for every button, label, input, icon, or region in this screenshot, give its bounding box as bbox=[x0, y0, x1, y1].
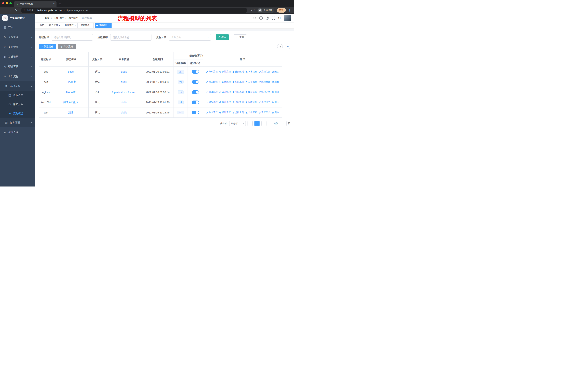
address-bar[interactable]: ⚠ 不安全 | dashboard.yudao.iocoder.cn/bpm/m… bbox=[21, 8, 247, 13]
process-category-select[interactable]: 流程分类 ▾ bbox=[169, 34, 211, 40]
action-process-definition[interactable]: 流程定义 bbox=[259, 80, 270, 83]
breadcrumb-item[interactable]: 首页 bbox=[44, 16, 50, 20]
active-toggle[interactable] bbox=[192, 90, 199, 94]
current-page-button[interactable]: 1 bbox=[254, 121, 260, 126]
action-process-definition[interactable]: 流程定义 bbox=[259, 101, 270, 104]
sidebar-item-workflow[interactable]: ⧉工作流程▴ bbox=[0, 71, 35, 81]
action-assign-rule[interactable]: 分配规则 bbox=[232, 70, 244, 73]
sidebar-item-user-group[interactable]: ⚇用户分组 bbox=[0, 100, 35, 109]
tag-租户管理[interactable]: 租户管理× bbox=[47, 23, 62, 28]
sidebar-item-system[interactable]: ⚙系统管理▾ bbox=[0, 32, 35, 42]
action-delete[interactable]: 删除 bbox=[272, 70, 279, 73]
form-info-link[interactable]: biubiu bbox=[120, 101, 127, 104]
incognito-badge[interactable]: 无痕模式 bbox=[257, 8, 274, 13]
sidebar-collapse-icon[interactable]: ☰ bbox=[38, 16, 42, 20]
sidebar-item-payment[interactable]: ¥支付管理▾ bbox=[0, 42, 35, 52]
action-process-definition[interactable]: 流程定义 bbox=[259, 70, 270, 73]
action-delete[interactable]: 删除 bbox=[272, 101, 279, 104]
import-process-button[interactable]: ↥ 导入流程 bbox=[58, 44, 76, 49]
action-edit-process[interactable]: 修改流程 bbox=[206, 91, 218, 94]
sidebar-item-devtools[interactable]: ⚒研发工具▾ bbox=[0, 62, 35, 71]
help-icon[interactable]: ? bbox=[266, 17, 269, 20]
action-edit-process[interactable]: 修改流程 bbox=[206, 101, 218, 104]
goto-page-input[interactable] bbox=[280, 121, 286, 126]
breadcrumb-item[interactable]: 工作流程 bbox=[53, 16, 64, 20]
form-info-link[interactable]: biubiu bbox=[120, 70, 127, 73]
sidebar-item-home[interactable]: ▦首页 bbox=[0, 22, 35, 32]
action-design-process[interactable]: 设计流程 bbox=[219, 111, 231, 114]
tag-我的流程[interactable]: 我的流程× bbox=[63, 23, 78, 28]
search-icon[interactable] bbox=[253, 17, 256, 20]
action-edit-process[interactable]: 修改流程 bbox=[206, 80, 218, 83]
form-info-link[interactable]: biubiu bbox=[120, 111, 127, 114]
page-size-select[interactable]: 10条/页 ▾ bbox=[229, 121, 246, 126]
tag-close-icon[interactable]: × bbox=[59, 24, 60, 27]
forward-button[interactable]: → bbox=[8, 9, 13, 12]
app-logo-row[interactable]: 芋道管理系统 bbox=[0, 14, 35, 22]
sidebar-item-infra[interactable]: ▣基础设施▾ bbox=[0, 52, 35, 62]
action-publish-process[interactable]: 发布流程 bbox=[245, 111, 257, 114]
form-info-link[interactable]: biubiu bbox=[120, 81, 127, 83]
sidebar-item-leave-query[interactable]: ☻请假查询 bbox=[0, 127, 35, 137]
action-publish-process[interactable]: 发布流程 bbox=[245, 91, 257, 94]
tab-close-icon[interactable]: × bbox=[53, 2, 55, 5]
action-publish-process[interactable]: 发布流程 bbox=[245, 70, 257, 73]
search-button[interactable]: 搜索 bbox=[216, 34, 229, 40]
process-key-input[interactable] bbox=[52, 34, 93, 40]
user-avatar[interactable] bbox=[284, 15, 291, 21]
update-button[interactable]: 更新 bbox=[277, 8, 286, 13]
sidebar-item-process-model[interactable]: ➤流程模型 bbox=[0, 109, 35, 118]
tag-close-icon[interactable]: × bbox=[74, 24, 76, 27]
active-toggle[interactable] bbox=[192, 111, 199, 114]
toggle-search-button[interactable] bbox=[277, 44, 283, 49]
font-size-icon[interactable]: TT bbox=[278, 16, 281, 20]
action-delete[interactable]: 删除 bbox=[272, 111, 279, 114]
model-name-link[interactable]: eeee bbox=[68, 70, 74, 73]
model-name-link[interactable]: 滔博 bbox=[68, 111, 74, 114]
tag-流程模型[interactable]: 流程模型× bbox=[94, 23, 112, 28]
tag-close-icon[interactable]: × bbox=[108, 24, 110, 27]
form-info-link[interactable]: /bpm/oa/leave/create bbox=[112, 91, 136, 94]
action-delete[interactable]: 删除 bbox=[272, 91, 279, 94]
action-design-process[interactable]: 设计流程 bbox=[219, 101, 231, 104]
active-toggle[interactable] bbox=[192, 70, 199, 74]
minimize-window-button[interactable] bbox=[6, 2, 8, 4]
process-name-input[interactable] bbox=[110, 34, 151, 40]
action-assign-rule[interactable]: 分配规则 bbox=[232, 91, 244, 94]
create-process-button[interactable]: + 新建流程 bbox=[39, 44, 56, 49]
sidebar-item-task-manage[interactable]: ☑任务管理▾ bbox=[0, 118, 35, 127]
active-toggle[interactable] bbox=[192, 80, 199, 84]
tag-close-icon[interactable]: × bbox=[90, 24, 92, 27]
model-name-link[interactable]: OA 请假 bbox=[66, 91, 75, 93]
tag-流程表单[interactable]: 流程表单× bbox=[79, 23, 94, 28]
refresh-button[interactable]: ↻ bbox=[285, 44, 290, 49]
fullscreen-icon[interactable] bbox=[272, 17, 275, 20]
action-publish-process[interactable]: 发布流程 bbox=[245, 80, 257, 83]
browser-tab[interactable]: 芋道管理系统 × bbox=[14, 1, 56, 7]
action-assign-rule[interactable]: 分配规则 bbox=[232, 80, 244, 83]
action-design-process[interactable]: 设计流程 bbox=[219, 91, 231, 94]
maximize-window-button[interactable] bbox=[10, 2, 12, 4]
reset-button[interactable]: ↻ 重置 bbox=[234, 34, 247, 40]
next-page-button[interactable]: › bbox=[261, 121, 266, 126]
action-publish-process[interactable]: 发布流程 bbox=[245, 101, 257, 104]
action-process-definition[interactable]: 流程定义 bbox=[259, 111, 270, 114]
tag-首页[interactable]: 首页 bbox=[38, 23, 46, 28]
model-name-link[interactable]: 自己审批 bbox=[66, 80, 76, 83]
github-icon[interactable] bbox=[259, 16, 263, 20]
sidebar-item-process-manage[interactable]: ≣流程管理▴ bbox=[0, 81, 35, 91]
back-button[interactable]: ← bbox=[2, 9, 7, 12]
action-assign-rule[interactable]: 分配规则 bbox=[232, 111, 244, 114]
bookmark-star-icon[interactable]: ☆ bbox=[253, 9, 256, 12]
close-window-button[interactable] bbox=[2, 2, 4, 4]
model-name-link[interactable]: 测试多审批人 bbox=[63, 101, 79, 104]
action-delete[interactable]: 删除 bbox=[272, 80, 279, 83]
action-assign-rule[interactable]: 分配规则 bbox=[232, 101, 244, 104]
password-key-icon[interactable] bbox=[250, 9, 252, 12]
action-edit-process[interactable]: 修改流程 bbox=[206, 111, 218, 114]
prev-page-button[interactable]: ‹ bbox=[248, 121, 253, 126]
action-edit-process[interactable]: 修改流程 bbox=[206, 70, 218, 73]
breadcrumb-item[interactable]: 流程管理 bbox=[68, 16, 78, 20]
browser-menu-icon[interactable]: ⋮ bbox=[287, 9, 292, 12]
action-design-process[interactable]: 设计流程 bbox=[219, 80, 231, 83]
